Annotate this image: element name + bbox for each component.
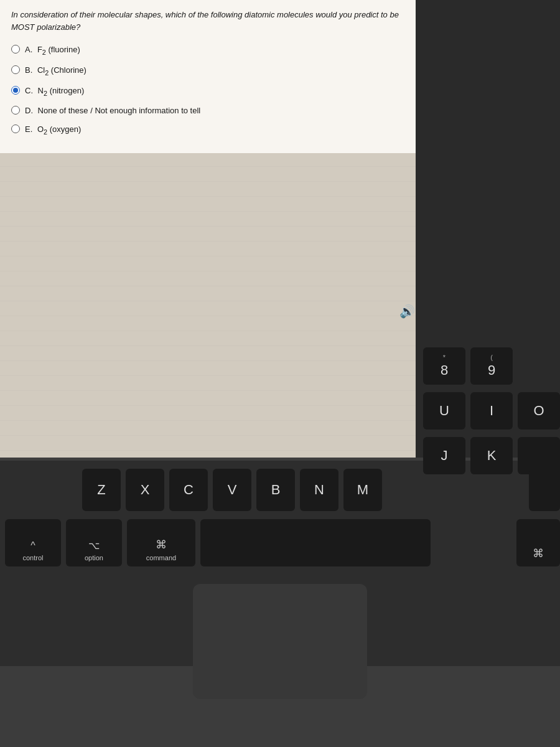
option-c-label: C. N2 (nitrogen) xyxy=(25,85,84,98)
quiz-option-b[interactable]: B. Cl2 (Chlorine) xyxy=(11,65,404,78)
key-z[interactable]: Z xyxy=(82,469,121,511)
control-icon: ^ xyxy=(30,540,35,552)
command-key-right[interactable]: ⌘ xyxy=(516,519,560,566)
key-u[interactable]: U xyxy=(423,392,465,430)
key-v[interactable]: V xyxy=(213,469,251,511)
key-x[interactable]: X xyxy=(126,469,164,511)
quiz-option-a[interactable]: A. F2 (fluorine) xyxy=(11,44,404,57)
radio-b[interactable] xyxy=(11,65,20,74)
key-m[interactable]: M xyxy=(343,469,382,511)
key-k[interactable]: K xyxy=(470,437,513,474)
option-icon: ⌥ xyxy=(88,540,100,552)
option-label: option xyxy=(85,554,103,561)
key-row-bottom: Z X C V B N M xyxy=(82,469,382,511)
quiz-question: In consideration of their molecular shap… xyxy=(11,9,404,33)
quiz-option-c[interactable]: C. N2 (nitrogen) xyxy=(11,85,404,98)
radio-c[interactable] xyxy=(11,86,20,95)
command-label-left: command xyxy=(146,554,176,561)
control-label: control xyxy=(22,554,43,561)
key-j[interactable]: J xyxy=(423,437,465,474)
key-i[interactable]: I xyxy=(470,392,513,430)
quiz-content: In consideration of their molecular shap… xyxy=(0,0,416,153)
key-8[interactable]: * 8 xyxy=(423,347,465,385)
key-c[interactable]: C xyxy=(169,469,208,511)
key-9-label: 9 xyxy=(488,362,495,378)
key-comma-partial[interactable] xyxy=(529,469,560,511)
command-icon-left: ⌘ xyxy=(156,538,167,552)
command-key-left[interactable]: ⌘ command xyxy=(127,519,195,566)
option-b-label: B. Cl2 (Chlorine) xyxy=(25,65,86,78)
key-8-shift: * xyxy=(443,354,446,361)
option-key[interactable]: ⌥ option xyxy=(66,519,122,566)
key-8-label: 8 xyxy=(441,362,448,378)
option-e-label: E. O2 (oxygen) xyxy=(25,124,81,137)
quiz-option-d[interactable]: D. None of these / Not enough informatio… xyxy=(11,105,404,116)
key-n[interactable]: N xyxy=(300,469,338,511)
quiz-option-e[interactable]: E. O2 (oxygen) xyxy=(11,124,404,137)
key-9[interactable]: ( 9 xyxy=(470,347,513,385)
command-icon-right: ⌘ xyxy=(533,547,544,560)
key-o[interactable]: O xyxy=(518,392,560,430)
radio-d[interactable] xyxy=(11,106,20,115)
option-d-label: D. None of these / Not enough informatio… xyxy=(25,105,200,116)
spacebar[interactable] xyxy=(200,519,431,566)
radio-e[interactable] xyxy=(11,125,20,133)
volume-icon: 🔊 xyxy=(399,304,415,319)
screen-lined-area xyxy=(0,121,416,458)
radio-a[interactable] xyxy=(11,45,20,54)
option-a-label: A. F2 (fluorine) xyxy=(25,44,80,57)
control-key[interactable]: ^ control xyxy=(5,519,61,566)
key-b[interactable]: B xyxy=(256,469,295,511)
key-9-shift: ( xyxy=(490,354,493,361)
trackpad[interactable] xyxy=(193,584,367,699)
screen-dark-right xyxy=(416,0,560,458)
